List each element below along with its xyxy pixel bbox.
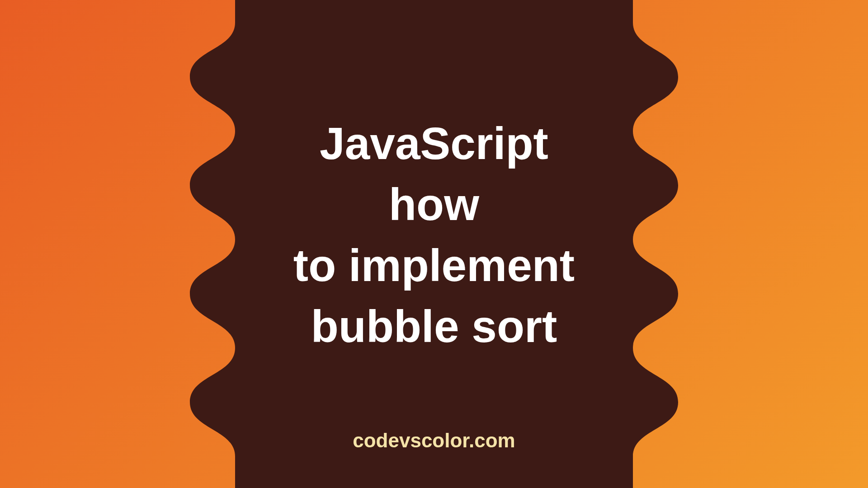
title-line-1: JavaScript <box>293 113 575 174</box>
title-line-3: to implement <box>293 235 575 296</box>
main-title: JavaScript how to implement bubble sort <box>293 113 575 357</box>
credit-text: codevscolor.com <box>0 429 868 452</box>
title-line-2: how <box>293 174 575 235</box>
title-line-4: bubble sort <box>293 296 575 357</box>
content-area: JavaScript how to implement bubble sort <box>0 0 868 488</box>
